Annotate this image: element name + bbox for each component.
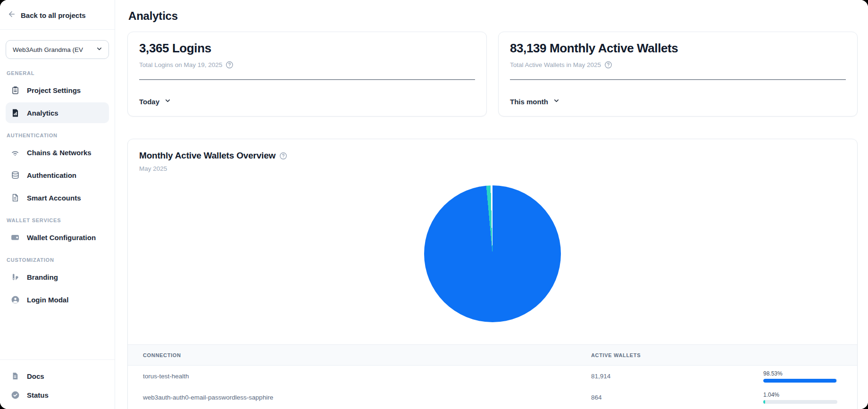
sidebar-item-label: Authentication	[27, 171, 76, 179]
sidebar-item-label: Docs	[27, 372, 44, 380]
column-header-active-wallets: ACTIVE WALLETS	[591, 352, 763, 358]
active-wallets-pie-chart[interactable]	[424, 185, 561, 322]
sidebar-item-smart-accounts[interactable]: Smart Accounts	[6, 187, 109, 208]
chart-subtitle: May 2025	[139, 165, 846, 172]
sidebar-spacer	[0, 310, 115, 359]
docs-icon	[10, 371, 20, 381]
table-row[interactable]: torus-test-health 81,914 98.53%	[128, 366, 857, 387]
logins-stat-subtitle: Total Logins on May 19, 2025	[139, 61, 222, 68]
chart-title: Monthly Active Wallets Overview	[139, 150, 275, 161]
logins-stat-card: 3,365 Logins Total Logins on May 19, 202…	[127, 32, 487, 117]
wallet-icon	[10, 233, 20, 242]
sidebar-item-label: Wallet Configuration	[27, 234, 96, 242]
bar-chart-icon	[10, 108, 20, 117]
user-circle-icon	[10, 295, 20, 304]
network-icon	[10, 148, 20, 157]
sidebar-item-docs[interactable]: Docs	[6, 367, 109, 385]
sidebar-item-authentication[interactable]: Authentication	[6, 165, 109, 185]
back-to-projects-label: Back to all projects	[21, 11, 86, 19]
sidebar: Back to all projects Web3Auth Grandma (E…	[0, 0, 115, 409]
arrow-left-icon	[8, 10, 16, 20]
logins-stat-title: 3,365 Logins	[139, 41, 475, 56]
table-row[interactable]: web3auth-auth0-email-passwordless-sapphi…	[128, 387, 857, 408]
column-header-connection: CONNECTION	[128, 352, 591, 358]
sidebar-footer: Docs Status	[0, 359, 115, 409]
sidebar-item-wallet-configuration[interactable]: Wallet Configuration	[6, 227, 109, 248]
active-wallets-stat-subtitle: Total Active Wallets in May 2025	[510, 61, 601, 68]
sidebar-item-status[interactable]: Status	[6, 385, 109, 404]
percent-bar	[763, 400, 837, 404]
project-selector-value: Web3Auth Grandma (EV	[13, 46, 83, 53]
active-wallets-range-dropdown[interactable]: This month	[510, 97, 560, 106]
monthly-active-wallets-card: Monthly Active Wallets Overview May 2025…	[127, 139, 858, 409]
connections-table: CONNECTION ACTIVE WALLETS torus-test-hea…	[128, 344, 857, 409]
stat-cards-row: 3,365 Logins Total Logins on May 19, 202…	[127, 32, 858, 117]
help-icon[interactable]	[225, 61, 234, 69]
help-icon[interactable]	[604, 61, 612, 69]
sidebar-item-label: Status	[27, 391, 49, 399]
percent-label: 1.04%	[763, 392, 847, 398]
chevron-down-icon	[164, 97, 171, 106]
active-wallets-chart-baseline	[510, 79, 846, 80]
chevron-down-icon	[553, 97, 560, 106]
sidebar-item-chains-networks[interactable]: Chains & Networks	[6, 142, 109, 163]
sidebar-item-label: Chains & Networks	[27, 149, 92, 157]
percent-label: 98.53%	[763, 370, 847, 377]
status-check-icon	[10, 390, 20, 400]
active-wallets-range-value: This month	[510, 98, 548, 106]
active-wallets-stat-title: 83,139 Monthly Active Wallets	[510, 41, 846, 56]
back-to-projects-link[interactable]: Back to all projects	[0, 0, 115, 30]
active-wallets-stat-card: 83,139 Monthly Active Wallets Total Acti…	[498, 32, 858, 117]
sidebar-item-label: Project Settings	[27, 86, 81, 94]
sidebar-item-label: Login Modal	[27, 296, 68, 304]
section-label-authentication: AUTHENTICATION	[7, 133, 108, 138]
logins-chart-baseline	[139, 79, 475, 80]
logins-range-dropdown[interactable]: Today	[139, 97, 171, 106]
sidebar-item-label: Smart Accounts	[27, 194, 81, 202]
sidebar-item-branding[interactable]: Branding	[6, 267, 109, 287]
sidebar-item-project-settings[interactable]: Project Settings	[6, 80, 109, 100]
main-content: Analytics 3,365 Logins Total Logins on M…	[115, 0, 868, 409]
page-title: Analytics	[128, 9, 858, 23]
sidebar-item-label: Analytics	[27, 109, 58, 117]
section-label-customization: CUSTOMIZATION	[7, 257, 108, 263]
clipboard-icon	[10, 85, 20, 95]
logins-range-value: Today	[139, 98, 159, 106]
chevron-down-icon	[96, 45, 103, 54]
sidebar-item-analytics[interactable]: Analytics	[6, 102, 109, 123]
sidebar-item-label: Branding	[27, 273, 58, 281]
sidebar-item-login-modal[interactable]: Login Modal	[6, 289, 109, 310]
help-icon[interactable]	[279, 152, 287, 160]
connection-name: torus-test-health	[128, 373, 591, 380]
table-header-row: CONNECTION ACTIVE WALLETS	[128, 344, 857, 366]
app-window: Back to all projects Web3Auth Grandma (E…	[0, 0, 868, 409]
file-icon	[10, 193, 20, 202]
brush-icon	[10, 272, 20, 282]
connection-name: web3auth-auth0-email-passwordless-sapphi…	[128, 394, 591, 401]
section-label-wallet-services: WALLET SERVICES	[7, 217, 108, 223]
project-selector[interactable]: Web3Auth Grandma (EV	[6, 40, 109, 59]
active-wallets-count: 81,914	[591, 373, 763, 380]
percent-bar	[763, 379, 837, 383]
active-wallets-count: 864	[591, 394, 763, 401]
database-icon	[10, 170, 20, 180]
section-label-general: GENERAL	[7, 70, 108, 76]
